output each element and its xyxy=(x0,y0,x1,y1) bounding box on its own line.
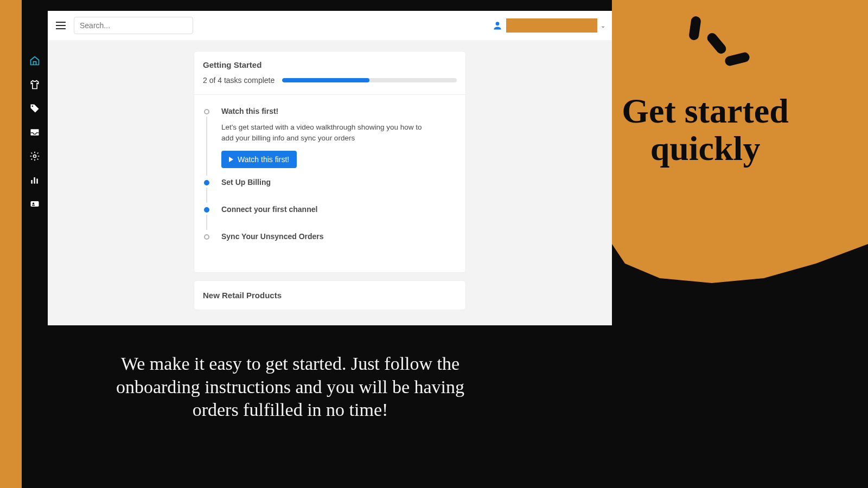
svg-point-9 xyxy=(496,22,500,25)
card-title: New Retail Products xyxy=(194,281,465,310)
progress-text: 2 of 4 tasks complete xyxy=(203,76,275,85)
task-pending-icon xyxy=(204,234,209,240)
search-input[interactable] xyxy=(74,17,193,34)
svg-point-7 xyxy=(33,203,34,204)
svg-rect-8 xyxy=(32,205,35,206)
progress-bar xyxy=(282,78,457,82)
watch-first-button[interactable]: Watch this first! xyxy=(221,151,297,168)
svg-rect-5 xyxy=(36,179,38,184)
svg-point-0 xyxy=(32,106,34,107)
task-list: Watch this first!Let's get started with … xyxy=(194,95,465,272)
task-title: Sync Your Unsynced Orders xyxy=(221,232,457,241)
topbar: ⌄ xyxy=(48,11,612,40)
gear-icon[interactable] xyxy=(29,151,40,162)
promo-headline: Get started quickly xyxy=(616,92,795,167)
play-icon xyxy=(229,157,233,162)
task-done-icon xyxy=(204,180,209,185)
task-title: Set Up Billing xyxy=(221,178,457,187)
svg-rect-1 xyxy=(31,129,39,136)
user-name-redacted xyxy=(506,18,597,33)
task-item[interactable]: Connect your first channel xyxy=(203,205,457,232)
chart-icon[interactable] xyxy=(29,175,40,185)
progress-row: 2 of 4 tasks complete xyxy=(194,76,465,95)
inbox-icon[interactable] xyxy=(29,127,40,138)
home-icon[interactable] xyxy=(29,55,40,66)
svg-rect-4 xyxy=(34,177,35,184)
task-description: Let's get started with a video walkthrou… xyxy=(221,122,427,143)
app-screenshot: ⌄ Getting Started 2 of 4 tasks complete … xyxy=(22,11,612,325)
content-area: Getting Started 2 of 4 tasks complete Wa… xyxy=(48,40,612,325)
chevron-down-icon: ⌄ xyxy=(601,22,605,29)
task-item[interactable]: Set Up Billing xyxy=(203,178,457,205)
spark-decoration xyxy=(684,16,760,81)
svg-rect-3 xyxy=(31,180,33,184)
hamburger-menu-icon[interactable] xyxy=(54,19,67,32)
task-done-icon xyxy=(204,207,209,213)
task-title: Connect your first channel xyxy=(221,205,457,214)
user-icon xyxy=(492,20,503,31)
new-retail-products-card: New Retail Products xyxy=(194,280,466,310)
getting-started-card: Getting Started 2 of 4 tasks complete Wa… xyxy=(194,51,466,273)
task-title: Watch this first! xyxy=(221,107,457,115)
card-title: Getting Started xyxy=(194,52,465,76)
svg-point-2 xyxy=(34,155,36,158)
task-item[interactable]: Sync Your Unsynced Orders xyxy=(203,232,457,251)
promo-subtext: We make it easy to get started. Just fol… xyxy=(95,352,486,422)
user-menu[interactable]: ⌄ xyxy=(492,18,605,33)
svg-rect-6 xyxy=(31,201,39,207)
shirt-icon[interactable] xyxy=(29,79,40,90)
main-area: ⌄ Getting Started 2 of 4 tasks complete … xyxy=(48,11,612,325)
task-pending-icon xyxy=(204,109,209,114)
sidebar xyxy=(22,11,48,325)
id-card-icon[interactable] xyxy=(29,198,40,209)
button-label: Watch this first! xyxy=(238,155,289,164)
task-item[interactable]: Watch this first!Let's get started with … xyxy=(203,107,457,178)
tag-icon[interactable] xyxy=(29,103,40,114)
